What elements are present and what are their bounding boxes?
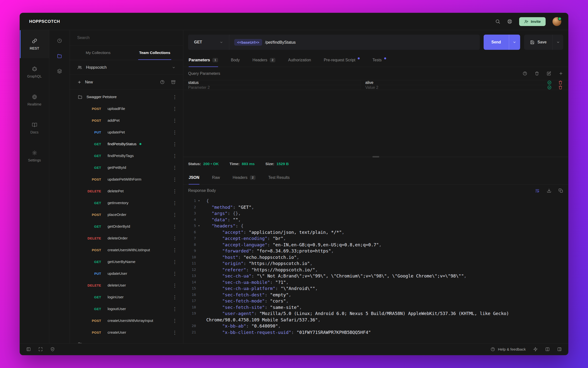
param-key-input[interactable]: status [183, 80, 360, 85]
request-item[interactable]: POSTcreateUsersWithArrayInput⋮ [70, 315, 183, 327]
new-collection-label[interactable]: New [85, 80, 93, 84]
param-value-input[interactable]: Value 2 [360, 85, 537, 90]
more-options-icon[interactable]: ⋮ [172, 295, 177, 300]
more-options-icon[interactable]: ⋮ [172, 142, 177, 146]
fold-arrow-icon[interactable]: ▾ [196, 198, 202, 204]
zap-icon[interactable] [533, 347, 538, 352]
request-item[interactable]: POSTcreateUsersWithListInput⋮ [70, 244, 183, 256]
request-item[interactable]: POSTaddPet⋮ [70, 115, 183, 126]
more-options-icon[interactable]: ⋮ [172, 177, 177, 182]
archive-icon[interactable] [171, 80, 176, 84]
request-item[interactable]: PUTupdatePet⋮ [70, 126, 183, 138]
more-options-icon[interactable]: ⋮ [172, 307, 177, 311]
download-icon[interactable] [547, 188, 551, 193]
history-button[interactable] [57, 38, 62, 44]
send-button[interactable]: Send [484, 35, 520, 50]
nav-item-graphql[interactable]: GraphQL [20, 58, 49, 86]
panel-left-icon[interactable] [26, 347, 31, 352]
pane-resize-handle[interactable] [372, 156, 379, 158]
response-tab-test-results[interactable]: Test Results [268, 171, 290, 184]
request-item[interactable]: GETfindPetsByTags⋮ [70, 150, 183, 162]
columns-icon[interactable] [545, 347, 550, 352]
more-options-icon[interactable]: ⋮ [172, 154, 177, 158]
more-options-icon[interactable]: ⋮ [172, 318, 177, 323]
team-selector[interactable]: Hoppscotch [70, 60, 183, 75]
shield-check-icon[interactable] [50, 347, 55, 352]
request-item[interactable]: POSTcreateUser⋮ [70, 327, 183, 338]
save-options-chevron-icon[interactable] [552, 35, 563, 50]
more-options-icon[interactable]: ⋮ [172, 201, 177, 205]
response-tab-raw[interactable]: Raw [212, 171, 220, 184]
more-options-icon[interactable]: ⋮ [172, 106, 177, 111]
request-item[interactable]: DELETEdeletePet⋮ [70, 185, 183, 197]
more-options-icon[interactable]: ⋮ [172, 283, 177, 288]
more-options-icon[interactable]: ⋮ [172, 189, 177, 194]
request-item[interactable]: GETloginUser⋮ [70, 291, 183, 303]
trash-icon[interactable] [558, 85, 563, 90]
collections-folder-button[interactable] [57, 53, 62, 60]
add-icon[interactable] [559, 71, 563, 76]
nav-item-rest[interactable]: REST [20, 30, 49, 58]
request-item[interactable]: PUTupdateUser⋮ [70, 268, 183, 279]
avatar[interactable] [552, 17, 561, 26]
response-tab-json[interactable]: JSON [189, 171, 199, 184]
tab-authorization[interactable]: Authorization [288, 53, 311, 67]
param-key-input[interactable]: Parameter 2 [183, 85, 360, 90]
tab-tests[interactable]: Tests [372, 53, 386, 67]
param-value-input[interactable]: alive [360, 80, 537, 85]
request-item[interactable]: GETgetOrderById⋮ [70, 221, 183, 232]
edit-icon[interactable] [547, 71, 551, 76]
more-options-icon[interactable]: ⋮ [172, 212, 177, 217]
nav-item-docs[interactable]: Docs [20, 114, 49, 142]
request-item[interactable]: GETlogoutUser⋮ [70, 303, 183, 315]
request-item[interactable]: POSTupdatePetWithForm⋮ [70, 173, 183, 185]
request-item[interactable]: POSTplaceOrder⋮ [70, 209, 183, 221]
url-input[interactable]: <<baseUrl>> /pet/findByStatus [229, 39, 480, 46]
help-feedback-button[interactable]: Help & feedback [490, 347, 526, 352]
more-options-icon[interactable]: ⋮ [172, 224, 177, 229]
copy-icon[interactable] [558, 188, 563, 193]
search-input[interactable] [77, 36, 176, 40]
help-icon[interactable] [160, 80, 165, 84]
nav-item-realtime[interactable]: Realtime [20, 86, 49, 114]
collection-folder[interactable]: Swagger Petstore⋮ [70, 91, 183, 103]
more-options-icon[interactable]: ⋮ [172, 271, 177, 276]
support-icon[interactable] [507, 19, 512, 24]
collections-tab-my-collections[interactable]: My Collections [70, 45, 126, 60]
nav-item-settings[interactable]: Settings [20, 142, 49, 170]
more-options-icon[interactable]: ⋮ [172, 260, 177, 264]
expand-icon[interactable] [38, 347, 43, 352]
response-body-editor[interactable]: 1▾{2 "method": "GET",3 "args": {},4 "dat… [183, 197, 568, 343]
fold-arrow-icon[interactable]: ▾ [196, 223, 202, 229]
request-item[interactable]: DELETEdeleteUser⋮ [70, 279, 183, 291]
request-item[interactable]: GETgetPetById⋮ [70, 162, 183, 173]
request-item[interactable]: DELETEdeleteOrder⋮ [70, 232, 183, 244]
base-url-chip[interactable]: <<baseUrl>> [234, 39, 262, 46]
panel-right-icon[interactable] [557, 347, 562, 352]
tab-headers[interactable]: Headers2 [253, 53, 275, 67]
more-options-icon[interactable]: ⋮ [172, 330, 177, 335]
help-icon[interactable] [523, 71, 527, 76]
more-options-icon[interactable]: ⋮ [172, 95, 177, 99]
search-icon[interactable] [495, 19, 500, 24]
more-options-icon[interactable]: ⋮ [172, 130, 177, 135]
trash-icon[interactable] [558, 80, 563, 85]
plus-icon[interactable] [77, 80, 82, 84]
check-circle-icon[interactable] [547, 85, 552, 90]
more-options-icon[interactable]: ⋮ [172, 165, 177, 170]
collection-folder-partial[interactable] [70, 338, 183, 343]
request-item[interactable]: POSTuploadFile⋮ [70, 103, 183, 115]
wrap-lines-icon[interactable] [535, 188, 540, 193]
more-options-icon[interactable]: ⋮ [172, 118, 177, 123]
response-tab-headers[interactable]: Headers2 [233, 171, 256, 184]
send-label[interactable]: Send [484, 35, 509, 50]
save-button[interactable]: Save [524, 35, 563, 50]
more-options-icon[interactable]: ⋮ [172, 248, 177, 252]
tab-body[interactable]: Body [231, 53, 240, 67]
request-item[interactable]: GETgetUserByName⋮ [70, 256, 183, 268]
environments-layers-button[interactable] [57, 68, 62, 75]
tab-parameters[interactable]: Parameters1 [189, 53, 218, 67]
method-select[interactable]: GET [188, 35, 229, 50]
check-circle-icon[interactable] [547, 80, 552, 85]
request-item[interactable]: GETfindPetsByStatus⋮ [70, 138, 183, 150]
